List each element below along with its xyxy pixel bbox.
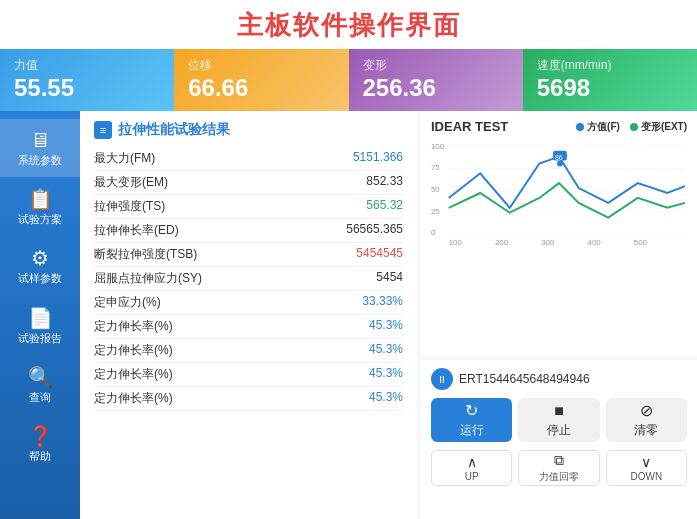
sidebar-item-sys-param[interactable]: 🖥 系统参数	[0, 119, 80, 177]
up-button[interactable]: ∧ UP	[431, 450, 512, 486]
sample-param-icon: ⚙	[31, 246, 49, 270]
table-row: 定力伸长率(%) 45.3%	[94, 339, 403, 363]
metric-row: 力值 55.55 位移 66.66 变形 256.36 速度(mm/min) 5…	[0, 49, 697, 111]
row-label-7: 定力伸长率(%)	[94, 318, 173, 335]
content-area: ≡ 拉伸性能试验结果 最大力(FM) 5151.366 最大变形(EM) 852…	[80, 111, 697, 519]
sidebar-item-test-report[interactable]: 📄 试验报告	[0, 296, 80, 355]
sidebar-sys-param-label: 系统参数	[18, 154, 62, 167]
chart-legend: 方值(F) 变形(EXT)	[576, 120, 687, 134]
sys-param-icon: 🖥	[30, 129, 50, 152]
clear-button[interactable]: ⊘ 清零	[606, 398, 687, 442]
row-value-5: 5454	[376, 270, 403, 287]
table-row: 最大力(FM) 5151.366	[94, 147, 403, 171]
sidebar-item-test-plan[interactable]: 📋 试验方案	[0, 177, 80, 236]
control-buttons-row: ↻ 运行 ■ 停止 ⊘ 清零	[431, 398, 687, 442]
chart-area: IDEAR TEST 方值(F) 变形(EXT)	[421, 111, 697, 356]
clear-icon: ⊘	[640, 401, 653, 420]
legend-force: 方值(F)	[576, 120, 620, 134]
metric-deform-label: 变形	[363, 57, 509, 74]
row-value-4: 5454545	[356, 246, 403, 263]
main-content: 🖥 系统参数 📋 试验方案 ⚙ 试样参数 📄 试验报告 🔍 查询 ❓ 帮助	[0, 111, 697, 519]
chart-line-force	[449, 157, 685, 208]
metric-deform-value: 256.36	[363, 74, 509, 103]
pause-button[interactable]: ⏸	[431, 368, 453, 390]
row-label-4: 断裂拉伸强度(TSB)	[94, 246, 197, 263]
row-value-6: 33.33%	[362, 294, 403, 311]
svg-text:200: 200	[495, 238, 509, 247]
sidebar-item-sample-param[interactable]: ⚙ 试样参数	[0, 236, 80, 295]
metric-speed-label: 速度(mm/min)	[537, 57, 683, 74]
reset-icon: ⧉	[554, 452, 564, 469]
metric-position: 位移 66.66	[174, 49, 348, 111]
svg-text:100: 100	[431, 142, 445, 151]
chart-title: IDEAR TEST 方值(F) 变形(EXT)	[431, 119, 687, 134]
metric-speed: 速度(mm/min) 5698	[523, 49, 697, 111]
stop-label: 停止	[547, 422, 571, 439]
query-icon: 🔍	[28, 365, 53, 389]
sidebar-item-help[interactable]: ❓ 帮助	[0, 414, 80, 473]
legend-force-label: 方值(F)	[587, 120, 620, 134]
metric-force-label: 力值	[14, 57, 160, 74]
sidebar-sample-param-label: 试样参数	[18, 272, 62, 285]
svg-text:25: 25	[431, 207, 440, 216]
table-row: 屈服点拉伸应力(SY) 5454	[94, 267, 403, 291]
header: 主板软件操作界面	[0, 0, 697, 49]
table-row: 最大变形(EM) 852.33	[94, 171, 403, 195]
left-table: ≡ 拉伸性能试验结果 最大力(FM) 5151.366 最大变形(EM) 852…	[80, 111, 417, 519]
table-row: 定力伸长率(%) 45.3%	[94, 315, 403, 339]
sidebar-item-query[interactable]: 🔍 查询	[0, 355, 80, 414]
row-value-9: 45.3%	[369, 366, 403, 383]
stop-button[interactable]: ■ 停止	[518, 398, 599, 442]
svg-text:400: 400	[588, 238, 602, 247]
right-panel: IDEAR TEST 方值(F) 变形(EXT)	[417, 111, 697, 519]
sidebar-query-label: 查询	[29, 391, 51, 404]
svg-text:0: 0	[431, 228, 436, 237]
legend-ext-dot	[630, 123, 638, 131]
table-row: 定力伸长率(%) 45.3%	[94, 363, 403, 387]
sidebar-test-plan-label: 试验方案	[18, 213, 62, 226]
row-value-0: 5151.366	[353, 150, 403, 167]
clear-label: 清零	[634, 422, 658, 439]
metric-force: 力值 55.55	[0, 49, 174, 111]
results-panel: ≡ 拉伸性能试验结果 最大力(FM) 5151.366 最大变形(EM) 852…	[80, 111, 697, 519]
metric-position-value: 66.66	[188, 74, 334, 103]
sidebar: 🖥 系统参数 📋 试验方案 ⚙ 试样参数 📄 试验报告 🔍 查询 ❓ 帮助	[0, 111, 80, 519]
svg-text:300: 300	[541, 238, 555, 247]
row-value-10: 45.3%	[369, 390, 403, 407]
table-row: 拉伸伸长率(ED) 56565.365	[94, 219, 403, 243]
row-label-6: 定申应力(%)	[94, 294, 161, 311]
svg-text:50: 50	[431, 185, 440, 194]
test-plan-icon: 📋	[28, 187, 53, 211]
up-icon: ∧	[467, 454, 477, 470]
legend-ext-label: 变形(EXT)	[641, 120, 687, 134]
metric-force-value: 55.55	[14, 74, 160, 103]
legend-force-dot	[576, 123, 584, 131]
chart-line-ext	[449, 183, 685, 217]
table-row: 拉伸强度(TS) 565.32	[94, 195, 403, 219]
table-row: 定申应力(%) 33.33%	[94, 291, 403, 315]
sidebar-help-label: 帮助	[29, 450, 51, 463]
down-button[interactable]: ∨ DOWN	[606, 450, 687, 486]
row-value-2: 565.32	[366, 198, 403, 215]
chart-highlight-dot	[557, 161, 563, 167]
row-value-8: 45.3%	[369, 342, 403, 359]
row-label-3: 拉伸伸长率(ED)	[94, 222, 179, 239]
row-value-1: 852.33	[366, 174, 403, 191]
down-icon: ∨	[641, 454, 651, 470]
control-panel: ⏸ ERT1544645648494946 ↻ 运行 ■ 停止	[421, 360, 697, 519]
run-icon: ↻	[465, 401, 478, 420]
metric-position-label: 位移	[188, 57, 334, 74]
row-value-7: 45.3%	[369, 318, 403, 335]
nav-buttons-row: ∧ UP ⧉ 力值回零 ∨ DOWN	[431, 450, 687, 486]
reset-button[interactable]: ⧉ 力值回零	[518, 450, 599, 486]
row-value-3: 56565.365	[346, 222, 403, 239]
metric-deform: 变形 256.36	[349, 49, 523, 111]
page-title: 主板软件操作界面	[237, 10, 461, 40]
run-button[interactable]: ↻ 运行	[431, 398, 512, 442]
row-label-10: 定力伸长率(%)	[94, 390, 173, 407]
help-icon: ❓	[28, 424, 53, 448]
row-label-9: 定力伸长率(%)	[94, 366, 173, 383]
run-label: 运行	[460, 422, 484, 439]
row-label-0: 最大力(FM)	[94, 150, 155, 167]
svg-text:75: 75	[431, 163, 440, 172]
